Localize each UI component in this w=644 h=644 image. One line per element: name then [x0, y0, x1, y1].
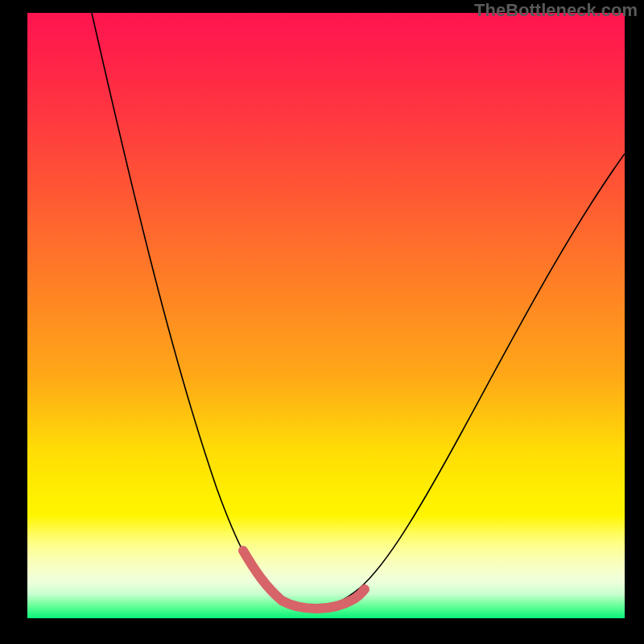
optimal-band-right — [317, 589, 365, 609]
optimal-band-left — [243, 551, 317, 609]
watermark: TheBottleneck.com — [474, 0, 638, 21]
bottleneck-curve — [92, 13, 625, 609]
chart-svg — [27, 13, 625, 618]
chart-frame: TheBottleneck.com — [0, 0, 644, 644]
